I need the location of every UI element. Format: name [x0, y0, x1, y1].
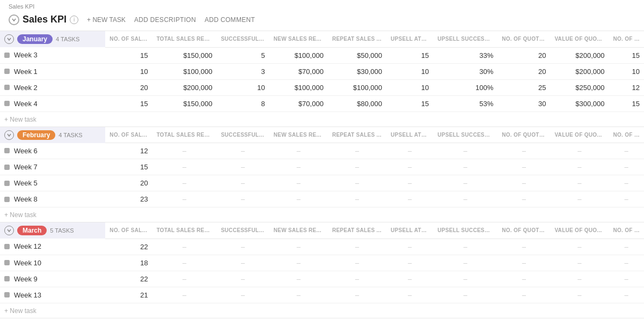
task-color-dot: [4, 197, 10, 202]
task-color-dot: [4, 276, 10, 281]
col-header-march-no_pro: NO. OF PRO: [609, 222, 644, 239]
cell-successful_u: –: [217, 175, 269, 191]
cell-new_sales_re: $100,000: [269, 79, 328, 95]
cell-repeat_sales: –: [328, 175, 386, 191]
table-row: Week 2 20$200,00010$100,000$100,00010100…: [0, 79, 644, 95]
cell-upsell_success: –: [433, 271, 497, 287]
new-task-link-march[interactable]: + New task: [4, 307, 36, 315]
info-icon[interactable]: i: [70, 16, 78, 24]
cell-successful_u: 3: [217, 63, 269, 79]
new-task-button[interactable]: + NEW TASK: [87, 16, 126, 24]
cell-successful_u: –: [217, 271, 269, 287]
group-task-count-march: 5 TASKS: [50, 227, 74, 234]
page-title: Sales KPI: [23, 14, 67, 25]
task-color-dot: [4, 260, 10, 265]
cell-new_sales_re: –: [269, 287, 328, 303]
cell-upsell_success: 30%: [433, 63, 497, 79]
task-name: Week 2: [14, 84, 38, 92]
cell-no_pro: –: [609, 287, 644, 303]
cell-upsell_success: –: [433, 255, 497, 271]
task-color-dot: [4, 244, 10, 249]
add-description-button[interactable]: ADD DESCRIPTION: [134, 16, 196, 24]
group-badge-march: March: [17, 226, 47, 235]
table-row: Week 9 22–––––––––: [0, 271, 644, 287]
cell-no_pro: –: [609, 175, 644, 191]
task-color-dot: [4, 165, 10, 170]
cell-upsell_success: –: [433, 191, 497, 207]
new-task-row-february: + New task: [0, 207, 644, 222]
cell-no_quotes: –: [497, 255, 550, 271]
table-row: Week 4 15$150,0008$70,000$80,0001553%30$…: [0, 95, 644, 111]
task-color-dot: [4, 69, 10, 74]
cell-successful_u: 5: [217, 47, 269, 63]
task-name: Week 5: [14, 179, 38, 187]
task-color-dot: [4, 148, 10, 153]
col-header-february-no_sales: NO. OF SALES (...: [105, 126, 152, 143]
cell-no_sales: 22: [105, 239, 152, 255]
kpi-table: January 4 TASKS NO. OF SALES (...TOTAL S…: [0, 31, 644, 318]
col-header-january-repeat_sales: REPEAT SALES ...: [328, 31, 386, 47]
cell-upsell_success: –: [433, 175, 497, 191]
col-header-march-no_quotes: NO. OF QUOTES...: [497, 222, 550, 239]
new-task-row-march: + New task: [0, 303, 644, 318]
group-chevron-january[interactable]: [4, 34, 14, 44]
col-header-january-new_sales_re: NEW SALES RE...: [269, 31, 328, 47]
task-name: Week 4: [14, 100, 38, 108]
cell-new_sales_re: –: [269, 159, 328, 175]
cell-new_sales_re: –: [269, 175, 328, 191]
col-header-february-no_quotes: NO. OF QUOTES...: [497, 126, 550, 143]
cell-successful_u: –: [217, 191, 269, 207]
cell-value_quo: –: [550, 255, 609, 271]
cell-repeat_sales: –: [328, 191, 386, 207]
cell-no_sales: 20: [105, 79, 152, 95]
collapse-icon[interactable]: [9, 14, 19, 25]
cell-upsell_attem: –: [386, 191, 433, 207]
cell-no_sales: 21: [105, 287, 152, 303]
title-group: Sales KPI i: [9, 14, 78, 25]
cell-upsell_attem: –: [386, 175, 433, 191]
cell-no_quotes: –: [497, 159, 550, 175]
task-name: Week 10: [14, 259, 41, 267]
new-task-link-february[interactable]: + New task: [4, 211, 36, 219]
group-header-february: February 4 TASKS NO. OF SALES (...TOTAL …: [0, 126, 644, 143]
cell-upsell_attem: –: [386, 143, 433, 159]
cell-value_quo: $200,000: [550, 63, 609, 79]
cell-successful_u: –: [217, 287, 269, 303]
col-header-march-successful_u: SUCCESSFUL U...: [217, 222, 269, 239]
cell-upsell_success: –: [433, 287, 497, 303]
cell-no_pro: –: [609, 271, 644, 287]
col-header-march-no_sales: NO. OF SALES (...: [105, 222, 152, 239]
cell-total_sales_rev: –: [152, 255, 217, 271]
col-header-february-repeat_sales: REPEAT SALES ...: [328, 126, 386, 143]
cell-no_quotes: 20: [497, 47, 550, 63]
cell-no_sales: 18: [105, 255, 152, 271]
cell-no_quotes: –: [497, 143, 550, 159]
task-name: Week 1: [14, 68, 38, 76]
breadcrumb: Sales KPI: [0, 0, 644, 11]
cell-no_pro: 10: [609, 63, 644, 79]
add-comment-button[interactable]: ADD COMMENT: [204, 16, 255, 24]
cell-repeat_sales: $80,000: [328, 95, 386, 111]
cell-total_sales_rev: –: [152, 191, 217, 207]
group-chevron-march[interactable]: [4, 226, 14, 235]
task-color-dot: [4, 85, 10, 90]
cell-repeat_sales: $30,000: [328, 63, 386, 79]
cell-value_quo: –: [550, 239, 609, 255]
cell-no_sales: 22: [105, 271, 152, 287]
cell-total_sales_rev: –: [152, 143, 217, 159]
col-header-march-repeat_sales: REPEAT SALES ...: [328, 222, 386, 239]
col-header-january-upsell_success: UPSELL SUCCESS RATE: [433, 31, 497, 47]
cell-upsell_attem: –: [386, 255, 433, 271]
cell-no_pro: –: [609, 143, 644, 159]
table-row: Week 1 10$100,0003$70,000$30,0001030%20$…: [0, 63, 644, 79]
cell-repeat_sales: –: [328, 287, 386, 303]
cell-no_pro: 15: [609, 47, 644, 63]
col-header-february-total_sales_rev: TOTAL SALES REVE...: [152, 126, 217, 143]
table-row: Week 5 20–––––––––: [0, 175, 644, 191]
group-badge-february: February: [17, 130, 55, 140]
cell-value_quo: –: [550, 143, 609, 159]
task-color-dot: [4, 181, 10, 186]
cell-repeat_sales: $100,000: [328, 79, 386, 95]
new-task-link-january[interactable]: + New task: [4, 116, 36, 123]
group-chevron-february[interactable]: [4, 130, 14, 140]
